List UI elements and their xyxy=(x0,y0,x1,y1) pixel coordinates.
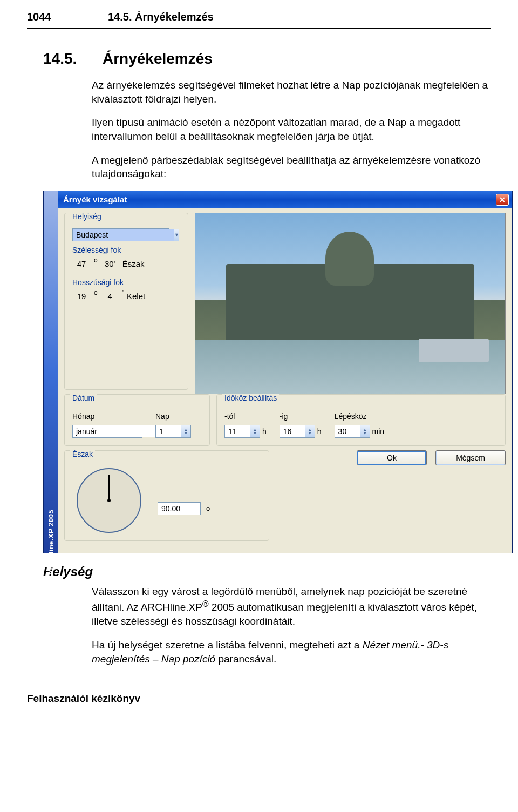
close-icon: ✕ xyxy=(499,195,506,204)
lat-direction: Észak xyxy=(122,259,145,268)
group-location: Helyiség ▼ Szélességi fok 47 o 30' Észak xyxy=(64,213,188,390)
spinner-arrows-icon[interactable]: ▲▼ xyxy=(305,425,315,437)
group-legend-date: Dátum xyxy=(70,394,97,402)
paragraph-1: Az árnyékelemzés segítségével filmeket h… xyxy=(92,78,491,106)
to-label: -ig xyxy=(280,412,322,421)
month-label: Hónap xyxy=(72,412,142,421)
degree-symbol-3: o xyxy=(206,504,210,512)
dome-shape xyxy=(325,232,374,286)
section-number: 14.5. xyxy=(43,50,103,67)
group-legend-location: Helyiség xyxy=(70,212,104,221)
compass-center-dot xyxy=(107,499,111,502)
minute-symbol: ' xyxy=(122,289,124,296)
group-north: Észak 90.00 o xyxy=(64,450,269,541)
ok-button[interactable]: Ok xyxy=(357,450,427,465)
city-combo[interactable]: ▼ xyxy=(72,228,169,241)
longitude-label: Hosszúsági fok xyxy=(72,278,180,287)
registered-symbol: ® xyxy=(202,599,209,608)
spinner-arrows-icon[interactable]: ▲▼ xyxy=(360,425,370,437)
compass-dial[interactable] xyxy=(77,468,141,533)
dialog-title: Árnyék vizsgálat xyxy=(63,195,496,204)
chevron-down-icon[interactable]: ▼ xyxy=(174,229,179,241)
from-input[interactable] xyxy=(225,425,250,437)
step-input[interactable] xyxy=(335,425,360,437)
page-footer: Felhasználói kézikönyv xyxy=(27,693,491,705)
lat-degrees: 47 xyxy=(72,259,91,268)
page-number: 1044 xyxy=(27,11,108,23)
step-label: Lépésköz xyxy=(335,412,385,421)
section-title: 14.5.Árnyékelemzés xyxy=(43,50,491,67)
cancel-button[interactable]: Mégsem xyxy=(435,450,506,465)
to-spinner[interactable]: ▲▼ xyxy=(280,425,315,438)
unit-min: min xyxy=(372,427,385,438)
sidebar-brand-text: ARCHline.XP 2005 xyxy=(47,510,55,575)
page-header: 1044 14.5. Árnyékelemzés xyxy=(27,11,491,29)
group-legend-north: Észak xyxy=(70,450,95,458)
page-header-title: 14.5. Árnyékelemzés xyxy=(108,11,214,23)
dialog-sidebar: ARCHline.XP 2005 xyxy=(44,191,58,553)
paragraph-3: A megjelenő párbeszédablak segítségével … xyxy=(92,153,491,181)
longitude-row: 19 o 4 ' Kelet xyxy=(72,289,180,301)
subheading-helyseg: Helység xyxy=(43,564,491,579)
from-label: -tól xyxy=(224,412,267,421)
para5-part-a: Ha új helységet szeretne a listába felve… xyxy=(92,639,363,651)
paragraph-4: Válasszon ki egy várost a legördülő menü… xyxy=(92,585,491,628)
section-name: Árnyékelemzés xyxy=(103,50,213,67)
para5-part-b: parancsával. xyxy=(215,653,276,665)
compass-needle xyxy=(108,475,110,502)
day-spinner[interactable]: ▲▼ xyxy=(155,425,191,438)
degree-symbol-2: o xyxy=(94,289,98,296)
month-combo[interactable]: ▼ xyxy=(72,425,142,438)
degree-symbol: o xyxy=(94,256,98,264)
paragraph-2: Ilyen típusú animáció esetén a nézőpont … xyxy=(92,116,491,143)
from-spinner[interactable]: ▲▼ xyxy=(224,425,260,438)
paragraph-5: Ha új helységet szeretne a listába felve… xyxy=(92,638,491,666)
day-label: Nap xyxy=(155,412,191,421)
latitude-label: Szélességi fok xyxy=(72,246,180,254)
to-input[interactable] xyxy=(280,425,305,437)
group-date: Dátum Hónap ▼ Nap xyxy=(64,394,210,446)
step-spinner[interactable]: ▲▼ xyxy=(335,425,370,438)
lon-minutes: 4 xyxy=(101,292,119,301)
city-input[interactable] xyxy=(73,229,174,241)
north-angle-input[interactable]: 90.00 xyxy=(158,502,201,515)
lat-minutes: 30' xyxy=(101,259,119,268)
spinner-arrows-icon[interactable]: ▲▼ xyxy=(181,425,190,437)
boat-shape xyxy=(419,339,489,362)
lon-degrees: 19 xyxy=(72,292,91,301)
unit-h: h xyxy=(262,427,267,438)
spinner-arrows-icon[interactable]: ▲▼ xyxy=(250,425,260,437)
shadow-analysis-dialog: ARCHline.XP 2005 Árnyék vizsgálat ✕ Hely… xyxy=(43,191,513,553)
dialog-titlebar[interactable]: Árnyék vizsgálat ✕ xyxy=(58,191,512,208)
lon-direction: Kelet xyxy=(127,292,145,301)
latitude-row: 47 o 30' Észak xyxy=(72,256,180,268)
unit-h-2: h xyxy=(317,427,322,438)
group-interval: Időköz beállítás -tól ▲▼ xyxy=(216,394,506,446)
close-button[interactable]: ✕ xyxy=(496,194,509,206)
city-photo xyxy=(195,213,506,394)
group-legend-interval: Időköz beállítás xyxy=(222,394,279,402)
day-input[interactable] xyxy=(156,425,181,437)
